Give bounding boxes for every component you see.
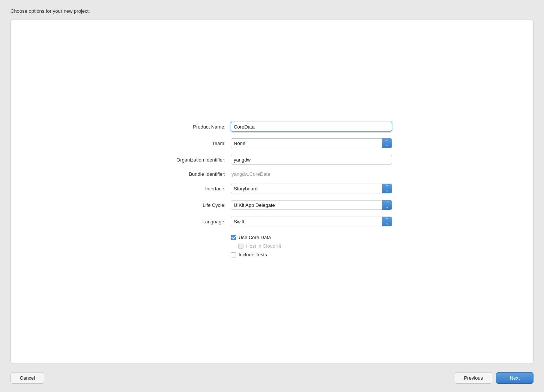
lifecycle-label: Life Cycle: [152, 202, 231, 208]
bundle-id-label: Bundle Identifier: [152, 171, 231, 177]
lifecycle-row: Life Cycle: UIKit App Delegate [152, 200, 392, 210]
product-name-row: Product Name: [152, 122, 392, 132]
right-buttons: Previous Next [455, 372, 533, 384]
host-cloudkit-label: Host in CloudKit [246, 243, 281, 249]
org-id-row: Organization Identifier: [152, 155, 392, 165]
checkboxes-group: Use Core Data Host in CloudKit Include T… [231, 235, 392, 257]
use-core-data-checkbox[interactable] [231, 235, 236, 240]
team-select[interactable]: None [231, 138, 392, 148]
host-cloudkit-item: Host in CloudKit [238, 243, 392, 249]
use-core-data-item: Use Core Data [231, 235, 392, 240]
product-name-input[interactable] [231, 122, 392, 132]
include-tests-label: Include Tests [239, 252, 267, 257]
include-tests-item: Include Tests [231, 252, 392, 257]
bottom-bar: Cancel Previous Next [0, 364, 544, 392]
previous-button[interactable]: Previous [455, 372, 492, 384]
team-label: Team: [152, 141, 231, 146]
org-id-input[interactable] [231, 155, 392, 165]
team-select-wrapper: None [231, 138, 392, 148]
bundle-id-value: yangdw.CoreData [231, 171, 392, 177]
host-cloudkit-checkbox[interactable] [238, 244, 243, 249]
include-tests-checkbox[interactable] [231, 252, 236, 257]
org-id-label: Organization Identifier: [152, 157, 231, 163]
language-select[interactable]: Swift [231, 217, 392, 226]
main-panel: Product Name: Team: None Organization Id… [11, 19, 533, 364]
language-row: Language: Swift [152, 217, 392, 226]
next-button[interactable]: Next [496, 372, 533, 384]
use-core-data-label: Use Core Data [239, 235, 271, 240]
bundle-id-row: Bundle Identifier: yangdw.CoreData [152, 171, 392, 177]
language-label: Language: [152, 219, 231, 224]
product-name-label: Product Name: [152, 124, 231, 130]
lifecycle-select-wrapper: UIKit App Delegate [231, 200, 392, 210]
cancel-button[interactable]: Cancel [11, 372, 44, 384]
interface-select-wrapper: Storyboard [231, 184, 392, 193]
interface-select[interactable]: Storyboard [231, 184, 392, 193]
team-row: Team: None [152, 138, 392, 148]
interface-label: Interface: [152, 186, 231, 192]
interface-row: Interface: Storyboard [152, 184, 392, 193]
language-select-wrapper: Swift [231, 217, 392, 226]
lifecycle-select[interactable]: UIKit App Delegate [231, 200, 392, 210]
form-area: Product Name: Team: None Organization Id… [152, 122, 392, 257]
page-title: Choose options for your new project: [0, 0, 544, 19]
